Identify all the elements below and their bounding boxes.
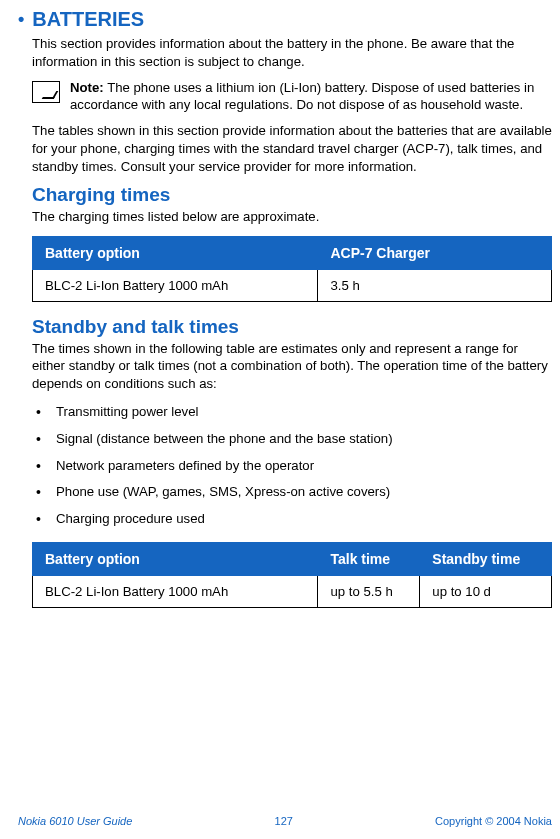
standby-sub: The times shown in the following table a… — [32, 340, 552, 393]
charging-cell-battery: BLC-2 Li-Ion Battery 1000 mAh — [33, 269, 318, 301]
table-row: BLC-2 Li-Ion Battery 1000 mAh 3.5 h — [33, 269, 552, 301]
list-item: Network parameters defined by the operat… — [32, 457, 552, 475]
table-header-row: Battery option Talk time Standby time — [33, 543, 552, 576]
list-item: Signal (distance between the phone and t… — [32, 430, 552, 448]
heading-bullet: • — [18, 8, 24, 30]
standby-cell-battery: BLC-2 Li-Ion Battery 1000 mAh — [33, 576, 318, 608]
section-title: BATTERIES — [32, 8, 144, 31]
charging-sub: The charging times listed below are appr… — [32, 208, 552, 226]
table-row: BLC-2 Li-Ion Battery 1000 mAh up to 5.5 … — [33, 576, 552, 608]
charging-header-battery: Battery option — [33, 236, 318, 269]
list-item: Phone use (WAP, games, SMS, Xpress-on ac… — [32, 483, 552, 501]
standby-heading: Standby and talk times — [32, 316, 552, 338]
charging-cell-time: 3.5 h — [318, 269, 552, 301]
charging-table: Battery option ACP-7 Charger BLC-2 Li-Io… — [32, 236, 552, 302]
table-header-row: Battery option ACP-7 Charger — [33, 236, 552, 269]
section-heading-row: • BATTERIES — [18, 8, 552, 31]
note-body: The phone uses a lithium ion (Li-Ion) ba… — [70, 80, 534, 113]
list-item: Charging procedure used — [32, 510, 552, 528]
standby-table: Battery option Talk time Standby time BL… — [32, 542, 552, 608]
tables-intro: The tables shown in this section provide… — [32, 122, 552, 175]
note-icon — [32, 81, 60, 103]
standby-header-standby: Standby time — [420, 543, 552, 576]
note-block: Note: The phone uses a lithium ion (Li-I… — [32, 79, 552, 115]
charging-header-charger: ACP-7 Charger — [318, 236, 552, 269]
page-footer: Nokia 6010 User Guide 127 Copyright © 20… — [18, 815, 552, 827]
footer-page-number: 127 — [275, 815, 293, 827]
standby-header-talk: Talk time — [318, 543, 420, 576]
standby-cell-standby: up to 10 d — [420, 576, 552, 608]
page-content: • BATTERIES This section provides inform… — [18, 8, 552, 608]
intro-paragraph: This section provides information about … — [32, 35, 552, 71]
footer-copyright: Copyright © 2004 Nokia — [435, 815, 552, 827]
footer-guide-name: Nokia 6010 User Guide — [18, 815, 132, 827]
standby-cell-talk: up to 5.5 h — [318, 576, 420, 608]
list-item: Transmitting power level — [32, 403, 552, 421]
charging-heading: Charging times — [32, 184, 552, 206]
note-label: Note: — [70, 80, 104, 95]
note-text: Note: The phone uses a lithium ion (Li-I… — [70, 79, 552, 115]
standby-header-battery: Battery option — [33, 543, 318, 576]
conditions-list: Transmitting power level Signal (distanc… — [32, 403, 552, 528]
